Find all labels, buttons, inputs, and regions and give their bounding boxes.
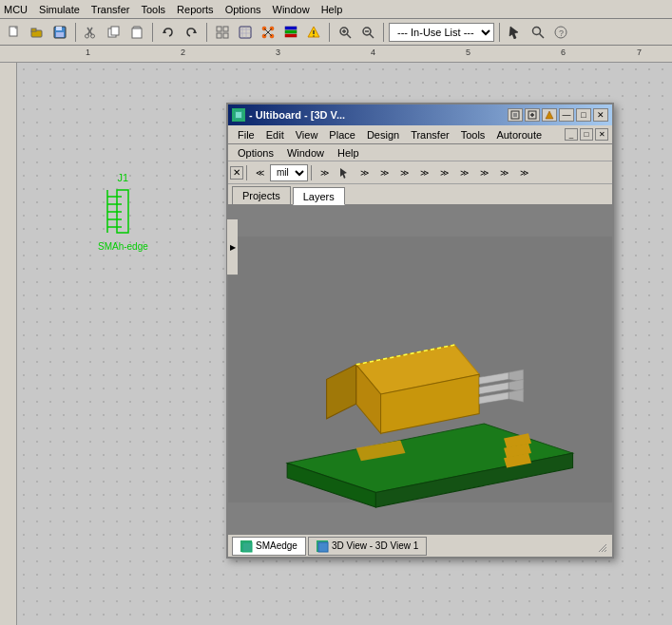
search-button[interactable] xyxy=(528,22,548,43)
extra-icon-3[interactable] xyxy=(542,108,557,122)
maximize-button[interactable]: □ xyxy=(576,108,591,122)
svg-rect-14 xyxy=(132,28,142,38)
win-double-arrow-9[interactable]: ≫ xyxy=(474,163,493,182)
win-double-arrow-2[interactable]: ≫ xyxy=(315,163,334,182)
new-button[interactable] xyxy=(4,22,25,43)
svg-line-39 xyxy=(347,34,351,38)
paste-button[interactable] xyxy=(126,22,147,43)
win-menu-options[interactable]: Options xyxy=(232,147,279,159)
svg-line-43 xyxy=(370,34,374,38)
svg-rect-17 xyxy=(217,27,221,31)
zoom-in-button[interactable] xyxy=(335,22,355,43)
layers-button[interactable] xyxy=(280,22,301,43)
win-double-arrow-8[interactable]: ≫ xyxy=(454,163,473,182)
select-button[interactable] xyxy=(505,22,526,43)
tab-projects[interactable]: Projects xyxy=(232,186,291,204)
win-menu-edit[interactable]: Edit xyxy=(260,129,290,141)
win-double-arrow-11[interactable]: ≫ xyxy=(514,163,533,182)
netlist-button[interactable] xyxy=(258,22,278,43)
status-tab-3dview-label: 3D View - 3D View 1 xyxy=(332,540,418,551)
vertical-ruler xyxy=(0,63,17,625)
win-sub-maximize[interactable]: □ xyxy=(580,128,593,141)
zoom-out-button[interactable] xyxy=(357,22,378,43)
svg-point-46 xyxy=(533,27,541,34)
horizontal-ruler: 1 2 3 4 5 6 7 xyxy=(0,46,672,63)
win-menu-window[interactable]: Window xyxy=(281,147,330,159)
ruler-mark-3: 3 xyxy=(276,47,280,57)
status-tab-smaedge-label: SMAedge xyxy=(256,540,298,551)
menu-transfer[interactable]: Transfer xyxy=(91,4,130,15)
component-j1[interactable]: J1 SMAh-edge xyxy=(98,172,148,252)
svg-rect-19 xyxy=(217,33,221,38)
toolbar-sep-1 xyxy=(75,23,76,42)
menu-tools[interactable]: Tools xyxy=(141,4,165,15)
win-cursor-tool[interactable] xyxy=(335,163,354,182)
cut-button[interactable] xyxy=(81,22,102,43)
win-double-arrow-5[interactable]: ≫ xyxy=(394,163,413,182)
win-double-arrow-7[interactable]: ≫ xyxy=(434,163,453,182)
save-button[interactable] xyxy=(49,22,70,43)
win-sub-close[interactable]: ✕ xyxy=(595,128,608,141)
win-menu-tools[interactable]: Tools xyxy=(455,129,491,141)
svg-rect-86 xyxy=(318,542,328,552)
win-double-arrow-4[interactable]: ≫ xyxy=(374,163,394,182)
units-dropdown[interactable]: mil xyxy=(270,164,308,181)
3d-window: - Ultiboard - [3D V... — □ ✕ File Edit V… xyxy=(226,103,614,559)
copy-button[interactable] xyxy=(104,22,125,43)
svg-rect-12 xyxy=(111,27,119,35)
window-statusbar: SMAedge 3D View - 3D View 1 xyxy=(228,534,612,557)
resize-handle[interactable] xyxy=(593,539,608,554)
design-button[interactable] xyxy=(235,22,256,43)
win-menu-file[interactable]: File xyxy=(232,129,260,141)
win-menu-autoroute[interactable]: Autoroute xyxy=(490,129,547,141)
help-button[interactable]: ? xyxy=(550,22,571,43)
menu-window[interactable]: Window xyxy=(273,4,310,15)
toolbar-sep-2 xyxy=(152,23,153,42)
svg-point-37 xyxy=(313,35,315,37)
win-menu-design[interactable]: Design xyxy=(361,129,405,141)
window-titlebar[interactable]: - Ultiboard - [3D V... — □ ✕ xyxy=(228,104,612,125)
grid-button[interactable] xyxy=(212,22,233,43)
svg-rect-32 xyxy=(285,34,297,37)
window-menubar: File Edit View Place Design Transfer Too… xyxy=(228,125,612,144)
main-toolbar: --- In-Use List --- ? xyxy=(0,19,672,46)
toolbar-sep-4 xyxy=(329,23,330,42)
menu-mcu[interactable]: MCU xyxy=(4,4,28,15)
svg-rect-60 xyxy=(513,113,517,117)
extra-icon-1[interactable] xyxy=(508,108,523,122)
drc-button[interactable] xyxy=(303,22,324,43)
toolbar-sep-6 xyxy=(499,23,500,42)
win-menu-transfer[interactable]: Transfer xyxy=(405,129,455,141)
menu-simulate[interactable]: Simulate xyxy=(39,4,80,15)
close-button[interactable]: ✕ xyxy=(593,108,608,122)
extra-icon-2[interactable] xyxy=(525,108,540,122)
redo-button[interactable] xyxy=(181,22,202,43)
undo-button[interactable] xyxy=(158,22,179,43)
menu-help[interactable]: Help xyxy=(321,4,343,15)
win-panel-close[interactable]: ✕ xyxy=(230,166,243,180)
win-double-arrow-10[interactable]: ≫ xyxy=(494,163,513,182)
minimize-button[interactable]: — xyxy=(559,108,574,122)
toolbar-sep-5 xyxy=(383,23,384,42)
win-sub-minimize[interactable]: _ xyxy=(565,128,578,141)
svg-rect-34 xyxy=(285,27,297,29)
window-tabs: Projects Layers xyxy=(228,184,612,205)
win-double-arrow-6[interactable]: ≫ xyxy=(414,163,433,182)
status-tab-3dview[interactable]: 3D View - 3D View 1 xyxy=(308,537,427,556)
menu-options[interactable]: Options xyxy=(225,4,261,15)
sidebar-collapse-arrow[interactable]: ▶ xyxy=(226,218,238,275)
win-double-arrow-left[interactable]: ≪ xyxy=(250,163,269,182)
win-menu-view[interactable]: View xyxy=(290,129,324,141)
in-use-list-dropdown[interactable]: --- In-Use List --- xyxy=(389,23,494,42)
svg-rect-21 xyxy=(240,27,251,38)
status-tab-smaedge[interactable]: SMAedge xyxy=(232,537,306,556)
3d-viewport[interactable] xyxy=(228,205,612,534)
win-double-arrow-3[interactable]: ≫ xyxy=(355,163,374,182)
svg-rect-5 xyxy=(56,27,62,30)
tab-layers[interactable]: Layers xyxy=(293,187,345,205)
menu-reports[interactable]: Reports xyxy=(177,4,214,15)
svg-rect-20 xyxy=(223,33,228,38)
open-button[interactable] xyxy=(27,22,48,43)
win-menu-place[interactable]: Place xyxy=(323,129,361,141)
win-menu-help[interactable]: Help xyxy=(332,147,365,159)
